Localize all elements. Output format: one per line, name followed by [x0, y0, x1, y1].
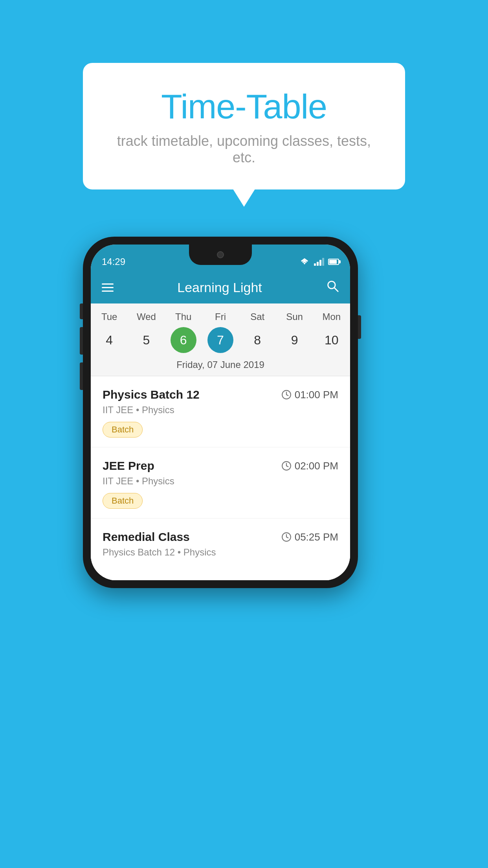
- search-button[interactable]: [326, 279, 339, 296]
- day-sat: Sat: [242, 311, 273, 322]
- date-7-selected[interactable]: 7: [207, 327, 233, 353]
- phone-notch: [189, 245, 252, 265]
- schedule-item-2-time-text: 02:00 PM: [295, 460, 338, 472]
- date-8[interactable]: 8: [244, 327, 270, 353]
- schedule-item-2-meta: IIT JEE • Physics: [103, 476, 338, 487]
- phone-mockup: 14:29: [83, 237, 358, 588]
- schedule-item-2-tag: Batch: [103, 493, 143, 509]
- clock-icon-2: [281, 461, 292, 471]
- day-fri: Fri: [205, 311, 236, 322]
- page-background: Time-Table track timetable, upcoming cla…: [83, 0, 405, 588]
- schedule-item-1[interactable]: Physics Batch 12 01:00 PM IIT JEE • Ph: [91, 376, 350, 447]
- clock-icon-3: [281, 532, 292, 542]
- schedule-item-1-header: Physics Batch 12 01:00 PM: [103, 388, 338, 401]
- bubble-subtitle: track timetable, upcoming classes, tests…: [106, 133, 382, 166]
- date-4[interactable]: 4: [96, 327, 122, 353]
- schedule-item-1-meta: IIT JEE • Physics: [103, 405, 338, 416]
- day-names-row: Tue Wed Thu Fri Sat Sun Mon: [91, 307, 350, 325]
- schedule-list: Physics Batch 12 01:00 PM IIT JEE • Ph: [91, 376, 350, 580]
- menu-button[interactable]: [102, 283, 114, 292]
- date-9[interactable]: 9: [282, 327, 308, 353]
- day-wed: Wed: [130, 311, 162, 322]
- day-mon: Mon: [316, 311, 347, 322]
- bubble-title: Time-Table: [106, 86, 382, 127]
- schedule-item-3-title: Remedial Class: [103, 530, 190, 544]
- date-6-today[interactable]: 6: [171, 327, 196, 353]
- day-thu: Thu: [168, 311, 199, 322]
- wifi-icon: [299, 258, 310, 266]
- schedule-item-2[interactable]: JEE Prep 02:00 PM IIT JEE • Physics: [91, 447, 350, 519]
- hamburger-line-1: [102, 283, 114, 285]
- selected-date-label: Friday, 07 June 2019: [91, 357, 350, 376]
- volume-up-button: [80, 303, 83, 319]
- schedule-item-1-time-text: 01:00 PM: [295, 389, 338, 401]
- day-sun: Sun: [279, 311, 310, 322]
- silent-button: [80, 362, 83, 390]
- svg-line-1: [334, 288, 338, 291]
- date-5[interactable]: 5: [133, 327, 159, 353]
- schedule-item-1-title: Physics Batch 12: [103, 388, 200, 401]
- signal-icon: [314, 258, 324, 266]
- hamburger-line-3: [102, 291, 114, 292]
- power-button: [358, 315, 361, 339]
- status-time: 14:29: [102, 256, 125, 267]
- schedule-item-3-time: 05:25 PM: [281, 531, 338, 543]
- schedule-item-3-meta: Physics Batch 12 • Physics: [103, 547, 338, 558]
- schedule-item-3[interactable]: Remedial Class 05:25 PM Physics Batch: [91, 519, 350, 580]
- clock-icon-1: [281, 390, 292, 400]
- date-10[interactable]: 10: [319, 327, 345, 353]
- schedule-item-1-tag: Batch: [103, 422, 143, 438]
- schedule-item-2-time: 02:00 PM: [281, 460, 338, 472]
- app-title: Learning Light: [177, 280, 262, 295]
- battery-icon: [328, 259, 339, 265]
- day-tue: Tue: [94, 311, 125, 322]
- svg-line-4: [286, 395, 288, 395]
- phone-screen: 14:29: [91, 245, 350, 580]
- svg-line-10: [286, 537, 288, 538]
- svg-line-7: [286, 466, 288, 467]
- schedule-item-2-header: JEE Prep 02:00 PM: [103, 459, 338, 473]
- speech-bubble-container: Time-Table track timetable, upcoming cla…: [83, 63, 405, 189]
- speech-bubble: Time-Table track timetable, upcoming cla…: [83, 63, 405, 189]
- schedule-item-2-title: JEE Prep: [103, 459, 154, 473]
- status-icons: [299, 258, 339, 266]
- phone-outer-shell: 14:29: [83, 237, 358, 588]
- front-camera: [217, 251, 224, 258]
- hamburger-line-2: [102, 287, 114, 288]
- calendar-strip: Tue Wed Thu Fri Sat Sun Mon 4 5 6 7 8: [91, 303, 350, 376]
- volume-down-button: [80, 327, 83, 355]
- schedule-item-3-time-text: 05:25 PM: [295, 531, 338, 543]
- app-header: Learning Light: [91, 271, 350, 303]
- schedule-item-3-header: Remedial Class 05:25 PM: [103, 530, 338, 544]
- day-numbers-row[interactable]: 4 5 6 7 8 9 10: [91, 325, 350, 357]
- schedule-item-1-time: 01:00 PM: [281, 389, 338, 401]
